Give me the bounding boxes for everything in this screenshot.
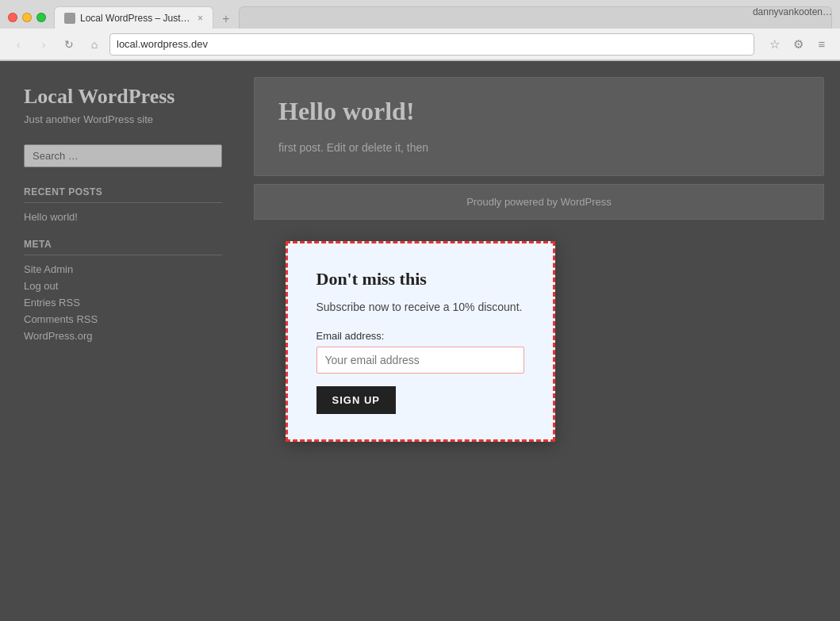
tab-spacer [239, 6, 832, 29]
browser-chrome: Local WordPress – Just an… × + dannyvank… [0, 0, 840, 61]
page-content: Local WordPress Just another WordPress s… [0, 61, 840, 621]
tab-title: Local WordPress – Just an… [80, 13, 191, 24]
popup-subtitle: Subscribe now to receive a 10% discount. [316, 299, 524, 316]
tab-close-button[interactable]: × [198, 13, 203, 24]
address-bar[interactable] [109, 33, 754, 56]
popup-modal: Don't miss this Subscribe now to receive… [286, 241, 555, 442]
maximize-window-button[interactable] [36, 13, 46, 22]
nav-bar: ‹ › ↻ ⌂ ☆ ⚙ ≡ [0, 29, 840, 60]
home-button[interactable]: ⌂ [84, 34, 105, 55]
settings-icon[interactable]: ⚙ [788, 34, 808, 55]
email-field[interactable] [316, 347, 524, 374]
back-button[interactable]: ‹ [8, 34, 29, 55]
reload-button[interactable]: ↻ [59, 34, 79, 55]
email-label: Email address: [316, 330, 524, 342]
traffic-lights [8, 13, 46, 22]
bookmark-icon[interactable]: ☆ [764, 34, 784, 55]
title-bar: Local WordPress – Just an… × + dannyvank… [0, 0, 840, 29]
forward-button[interactable]: › [33, 34, 54, 55]
signup-button[interactable]: SIGN UP [316, 386, 396, 414]
menu-icon[interactable]: ≡ [811, 34, 832, 55]
url-input[interactable] [117, 38, 747, 50]
new-tab-button[interactable]: + [215, 10, 237, 29]
minimize-window-button[interactable] [22, 13, 32, 22]
popup-overlay[interactable]: Don't miss this Subscribe now to receive… [0, 61, 840, 621]
popup-title: Don't miss this [316, 269, 524, 289]
close-window-button[interactable] [8, 13, 17, 22]
active-tab[interactable]: Local WordPress – Just an… × [54, 6, 213, 29]
nav-icons: ☆ ⚙ ≡ [764, 34, 832, 55]
tab-favicon-icon [64, 13, 75, 24]
tab-bar: Local WordPress – Just an… × + [54, 6, 832, 29]
user-account-label: dannyvankooten… [753, 6, 832, 17]
